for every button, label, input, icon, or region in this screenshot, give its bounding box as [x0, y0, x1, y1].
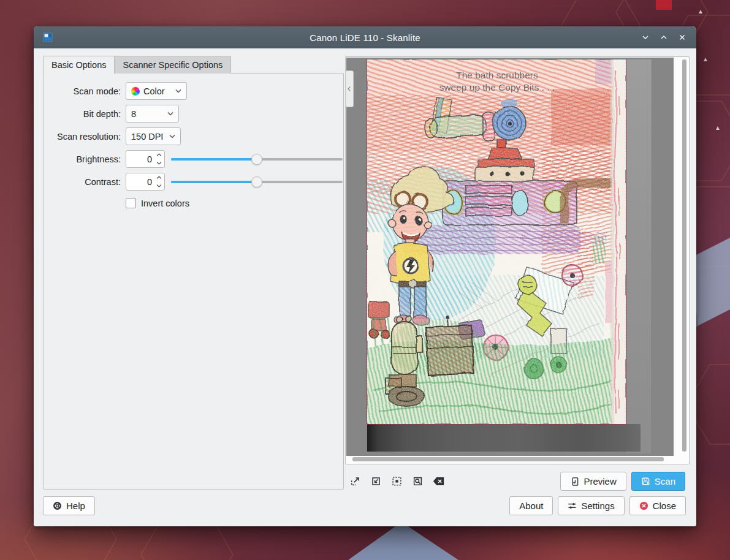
bit-depth-row: Bit depth: 8	[48, 105, 343, 123]
preview-vertical-scrollbar[interactable]	[682, 59, 686, 452]
tab-basic-options-label: Basic Options	[51, 60, 106, 70]
brightness-value: 0	[126, 151, 154, 167]
scan-button-label: Scan	[655, 476, 675, 486]
settings-button[interactable]: Settings	[558, 496, 624, 515]
zoom-in-icon[interactable]	[348, 474, 362, 488]
zoom-to-selection-icon[interactable]	[390, 474, 404, 488]
close-window-button[interactable]	[673, 28, 691, 47]
contrast-row: Contrast: 0	[48, 173, 343, 191]
basic-options-panel: Scan mode: Color Bit depth: 8 Scan resol…	[43, 73, 344, 490]
chevron-down-icon	[167, 112, 173, 116]
brightness-spin-down[interactable]	[154, 159, 164, 168]
options-tabbar: Basic Options Scanner Specific Options	[43, 56, 230, 74]
bit-depth-dropdown[interactable]: 8	[126, 105, 179, 123]
preview-viewport[interactable]: The bath scrubbers sweep up the Copy Bit…	[346, 58, 674, 456]
settings-button-label: Settings	[581, 501, 614, 511]
brightness-row: Brightness: 0	[48, 150, 343, 168]
brightness-spinbox[interactable]: 0	[126, 150, 165, 168]
maximize-button[interactable]	[655, 28, 673, 47]
chevron-down-icon	[169, 134, 175, 138]
save-scan-icon	[641, 477, 650, 486]
scan-mode-row: Scan mode: Color	[48, 82, 343, 100]
color-wheel-icon	[131, 87, 140, 96]
preview-panel: The bath scrubbers sweep up the Copy Bit…	[345, 56, 690, 464]
app-window-icon	[43, 32, 53, 42]
dialog-button-bar: Help About Settings Close	[43, 496, 686, 515]
help-button[interactable]: Help	[43, 496, 95, 515]
window-title: Canon LiDE 110 - Skanlite	[34, 32, 696, 43]
invert-colors-row: Invert colors	[126, 198, 343, 208]
brightness-spin-up[interactable]	[154, 151, 164, 159]
scan-button[interactable]: Scan	[631, 472, 685, 491]
invert-colors-checkbox[interactable]	[126, 198, 136, 208]
invert-colors-label: Invert colors	[141, 199, 189, 208]
bit-depth-label: Bit depth:	[48, 109, 121, 119]
scan-resolution-row: Scan resolution: 150 DPI	[48, 127, 343, 145]
scan-resolution-dropdown[interactable]: 150 DPI	[126, 127, 181, 145]
tab-scanner-specific-options[interactable]: Scanner Specific Options	[114, 56, 231, 74]
scanned-image[interactable]: The bath scrubbers sweep up the Copy Bit…	[367, 59, 626, 424]
tab-scanner-specific-options-label: Scanner Specific Options	[123, 60, 222, 70]
skanlite-window: Canon LiDE 110 - Skanlite Basic Options …	[34, 26, 696, 526]
configure-sliders-icon	[568, 501, 577, 510]
contrast-label: Contrast:	[48, 177, 121, 187]
contrast-spinbox[interactable]: 0	[126, 173, 165, 191]
chevron-down-icon	[175, 89, 181, 93]
bit-depth-value: 8	[131, 109, 136, 119]
scan-resolution-value: 150 DPI	[131, 132, 163, 142]
scan-mode-label: Scan mode:	[48, 86, 121, 96]
contrast-slider[interactable]	[171, 176, 343, 187]
scan-bed-right-area	[626, 59, 652, 453]
scan-mode-dropdown[interactable]: Color	[126, 82, 187, 100]
brightness-label: Brightness:	[48, 154, 121, 164]
about-button[interactable]: About	[509, 496, 553, 515]
titlebar[interactable]: Canon LiDE 110 - Skanlite	[34, 26, 696, 48]
scan-mode-value: Color	[143, 86, 165, 96]
preview-button[interactable]: Preview	[560, 472, 626, 491]
close-red-icon	[639, 501, 648, 510]
contrast-value: 0	[126, 173, 154, 190]
minimize-button[interactable]	[636, 28, 655, 47]
close-button[interactable]: Close	[629, 496, 686, 515]
about-button-label: About	[519, 501, 543, 511]
contrast-spin-up[interactable]	[154, 173, 164, 182]
document-preview-icon	[570, 477, 579, 486]
scan-bed-dark-area	[367, 424, 641, 452]
preview-toolbar: Preview Scan	[348, 472, 685, 491]
zoom-fit-icon[interactable]	[411, 474, 425, 488]
contrast-spin-down[interactable]	[154, 182, 164, 191]
clear-selections-icon[interactable]	[432, 474, 446, 488]
brightness-slider-handle[interactable]	[251, 154, 262, 165]
brightness-slider[interactable]	[171, 154, 343, 165]
preview-button-label: Preview	[584, 476, 616, 486]
close-button-label: Close	[653, 501, 676, 511]
zoom-out-icon[interactable]	[369, 474, 383, 488]
scan-resolution-label: Scan resolution:	[48, 132, 121, 142]
contrast-slider-handle[interactable]	[251, 176, 262, 187]
tab-basic-options[interactable]: Basic Options	[43, 56, 115, 74]
splitter-collapse-handle[interactable]	[345, 70, 354, 107]
help-buoy-icon	[53, 501, 62, 510]
help-button-label: Help	[66, 501, 85, 511]
preview-horizontal-scrollbar[interactable]	[352, 457, 664, 461]
